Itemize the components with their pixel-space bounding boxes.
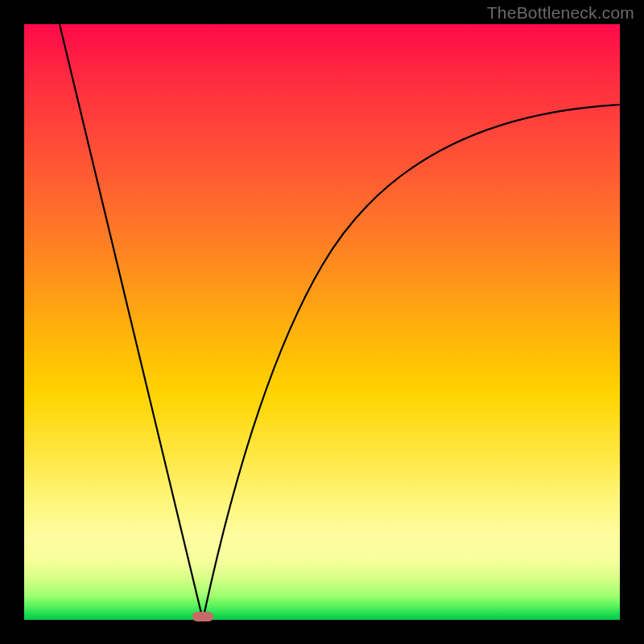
- curve-left-branch: [60, 24, 203, 620]
- plot-area: [24, 24, 620, 620]
- bottleneck-curve: [24, 24, 620, 620]
- watermark-text: TheBottleneck.com: [487, 3, 634, 23]
- chart-frame: TheBottleneck.com: [0, 0, 644, 644]
- curve-right-branch: [203, 105, 620, 620]
- optimal-marker: [192, 612, 213, 621]
